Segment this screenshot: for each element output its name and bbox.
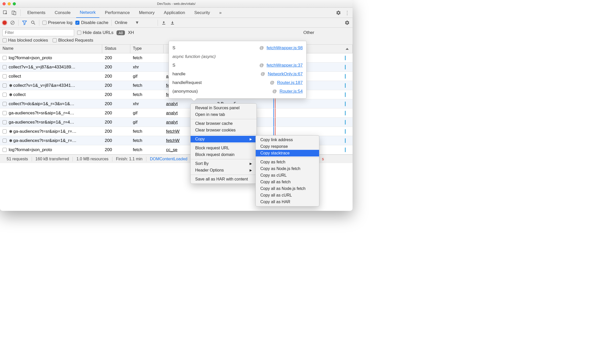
filter-input[interactable] xyxy=(3,29,74,36)
stack-async-marker: async function (async) xyxy=(172,54,216,59)
table-row[interactable]: ga-audiences?t=sr&aip=1&_r=4…200gifanaly… xyxy=(0,118,353,127)
copy-submenu-item[interactable]: Copy all as cURL xyxy=(256,192,319,199)
stack-fn: handleRequest xyxy=(172,80,202,85)
filter-type-all[interactable]: All xyxy=(116,30,125,35)
request-waterfall xyxy=(245,108,353,117)
has-blocked-cookies-checkbox[interactable]: Has blocked cookies xyxy=(3,38,48,43)
context-menu-item[interactable]: Copy▶ xyxy=(191,136,256,142)
copy-submenu-item[interactable]: Copy link address xyxy=(256,137,319,143)
stack-source-link[interactable]: Router.js:54 xyxy=(279,89,303,94)
tab-performance[interactable]: Performance xyxy=(101,8,133,18)
context-menu-item[interactable]: Save all as HAR with content xyxy=(191,176,256,183)
copy-submenu-item[interactable]: Copy as fetch xyxy=(256,159,319,165)
row-checkbox[interactable] xyxy=(3,120,7,124)
tab-application[interactable]: Application xyxy=(160,8,189,18)
row-checkbox[interactable] xyxy=(3,139,7,143)
context-menu-item[interactable]: Clear browser cache xyxy=(191,120,256,127)
row-checkbox[interactable] xyxy=(3,74,7,78)
stack-fn: S xyxy=(172,45,175,51)
tab-network[interactable]: Network xyxy=(76,8,99,18)
context-menu-item[interactable]: Block request URL xyxy=(191,145,256,151)
request-name: ga-audiences?t=sr&aip=1&_r=4… xyxy=(9,120,74,125)
stack-source-link[interactable]: fetchWrapper.js:37 xyxy=(267,63,303,68)
row-checkbox[interactable] xyxy=(3,83,7,88)
record-button[interactable] xyxy=(3,21,7,25)
preserve-log-checkbox[interactable]: Preserve log xyxy=(42,20,72,25)
hide-data-urls-checkbox[interactable]: Hide data URLs xyxy=(77,30,113,35)
request-status: 200 xyxy=(102,120,130,125)
table-row[interactable]: ga-audiences?t=sr&aip=1&_r=4…200gifanaly… xyxy=(0,108,353,118)
col-status[interactable]: Status xyxy=(102,45,130,53)
svg-rect-8 xyxy=(171,24,174,25)
initiator-stack-popup: S@ fetchWrapper.js:98async function (asy… xyxy=(169,41,307,99)
disable-cache-label: Disable cache xyxy=(81,20,108,25)
row-checkbox[interactable] xyxy=(3,93,7,97)
context-menu-item[interactable]: Reveal in Sources panel xyxy=(191,105,256,111)
filter-icon[interactable] xyxy=(22,20,27,26)
copy-submenu-item[interactable]: Copy response xyxy=(256,143,319,150)
stack-source-link[interactable]: NetworkOnly.js:67 xyxy=(268,71,303,76)
col-name[interactable]: Name xyxy=(0,45,102,53)
download-har-icon[interactable] xyxy=(170,20,175,26)
request-name: log?format=json_proto xyxy=(9,55,52,60)
disable-cache-checkbox[interactable]: ✓Disable cache xyxy=(75,20,108,25)
copy-submenu-item[interactable]: Copy as Node.js fetch xyxy=(256,165,319,172)
tab-security[interactable]: Security xyxy=(191,8,214,18)
status-transferred: 160 kB transferred xyxy=(32,157,73,161)
throttling-select[interactable]: Online ▼ xyxy=(115,20,155,25)
request-status: 200 xyxy=(102,92,130,97)
context-menu-item[interactable]: Header Options▶ xyxy=(191,167,256,174)
request-status: 200 xyxy=(102,65,130,70)
col-type[interactable]: Type xyxy=(130,45,164,53)
submenu-arrow-icon: ▶ xyxy=(250,168,252,172)
svg-line-6 xyxy=(34,23,35,25)
row-checkbox[interactable] xyxy=(3,102,7,106)
tab-memory[interactable]: Memory xyxy=(135,8,158,18)
search-icon[interactable] xyxy=(30,20,36,26)
context-menu: Reveal in Sources panelOpen in new tabCl… xyxy=(190,103,257,184)
clear-icon[interactable] xyxy=(10,20,15,26)
status-requests: 51 requests xyxy=(3,157,32,161)
stack-source-link[interactable]: Router.js:187 xyxy=(277,80,303,85)
status-dcl: DOMContentLoaded xyxy=(146,157,191,161)
blocked-requests-checkbox[interactable]: Blocked Requests xyxy=(53,38,93,43)
filter-type-xhr[interactable]: XH xyxy=(128,30,134,35)
copy-submenu-item[interactable]: Copy as cURL xyxy=(256,172,319,179)
network-settings-gear-icon[interactable] xyxy=(344,20,350,26)
tab-console[interactable]: Console xyxy=(51,8,74,18)
row-checkbox[interactable] xyxy=(3,56,7,60)
svg-rect-2 xyxy=(14,12,16,15)
request-name: collect xyxy=(9,74,21,79)
request-type: fetch xyxy=(130,55,164,60)
stack-source-link[interactable]: fetchWrapper.js:98 xyxy=(267,45,303,50)
request-waterfall xyxy=(245,99,353,108)
status-finish: Finish: 1.1 min xyxy=(112,157,146,161)
copy-submenu: Copy link addressCopy responseCopy stack… xyxy=(255,135,319,207)
row-checkbox[interactable] xyxy=(3,111,7,115)
copy-submenu-item[interactable]: Copy all as HAR xyxy=(256,199,319,205)
svg-rect-7 xyxy=(162,24,165,25)
context-menu-item[interactable]: Open in new tab xyxy=(191,111,256,118)
copy-submenu-item[interactable]: Copy stacktrace xyxy=(256,150,319,156)
upload-har-icon[interactable] xyxy=(161,20,167,26)
row-checkbox[interactable] xyxy=(3,129,7,134)
copy-submenu-item[interactable]: Copy all as Node.js fetch xyxy=(256,185,319,192)
panel-tabs-bar: Elements Console Network Performance Mem… xyxy=(0,8,353,18)
table-row[interactable]: collect?t=dc&aip=1&_r=3&v=1&…200xhranaly… xyxy=(0,99,353,108)
settings-gear-icon[interactable] xyxy=(335,9,342,16)
request-type: fetch xyxy=(130,147,164,152)
filter-type-other[interactable]: Other xyxy=(303,30,314,35)
copy-submenu-item[interactable]: Copy all as fetch xyxy=(256,179,319,185)
inspect-element-icon[interactable] xyxy=(2,9,9,16)
row-checkbox[interactable] xyxy=(3,65,7,69)
table-row[interactable]: ga-audiences?t=sr&aip=1&_r=…200fetchfetc… xyxy=(0,127,353,136)
row-checkbox[interactable] xyxy=(3,148,7,152)
tabs-overflow[interactable]: » xyxy=(216,8,225,18)
more-menu-icon[interactable]: ⋮ xyxy=(344,9,351,16)
context-menu-item[interactable]: Block request domain xyxy=(191,151,256,158)
context-menu-item[interactable]: Clear browser cookies xyxy=(191,127,256,134)
device-toolbar-icon[interactable] xyxy=(11,9,17,16)
context-menu-item[interactable]: Sort By▶ xyxy=(191,160,256,167)
tab-elements[interactable]: Elements xyxy=(24,8,49,18)
request-type: gif xyxy=(130,111,164,116)
